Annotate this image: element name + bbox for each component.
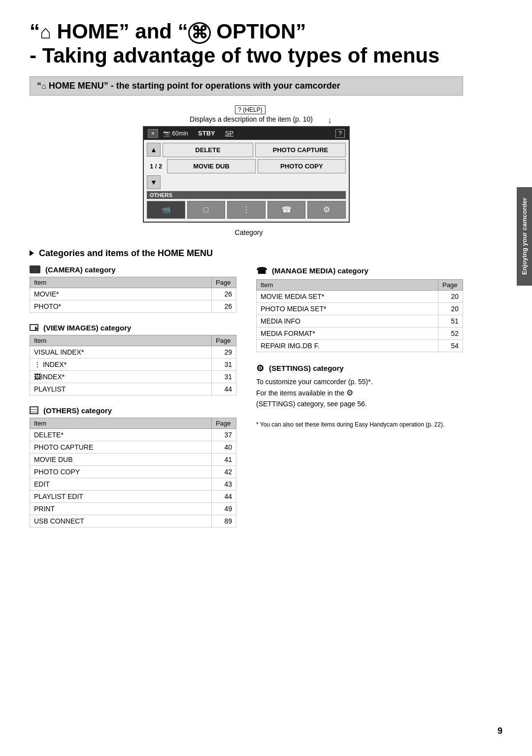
table-row: 🖼INDEX* 31 [30, 370, 236, 383]
item-cell: 🖼INDEX* [30, 370, 212, 383]
camera-row-1: ▲ DELETE PHOTO CAPTURE [147, 143, 346, 157]
manage-media-cat-title: ☎ (MANAGE MEDIA) category [256, 265, 463, 276]
camera-ui: × 📷 60min STBY SP ? ▲ DELETE PHOTO CAPTU… [143, 126, 350, 223]
page-cell: 44 [212, 490, 236, 502]
camera-table: Item Page MOVIE* 26 PHOTO* 26 [30, 277, 236, 313]
nav-up-btn[interactable]: ▲ [147, 143, 161, 157]
settings-text: To customize your camcorder (p. 55)*. Fo… [256, 377, 463, 409]
camera-col-page: Page [212, 277, 236, 288]
page-number: 9 [498, 726, 502, 736]
item-cell: DELETE* [30, 428, 212, 441]
page-cell: 31 [212, 370, 236, 383]
item-cell: PHOTO MEDIA SET* [257, 302, 438, 315]
page-cell: 42 [212, 465, 236, 478]
table-row: PHOTO MEDIA SET* 20 [257, 302, 463, 315]
photo-capture-btn[interactable]: PHOTO CAPTURE [255, 143, 346, 157]
icon-view-btn[interactable]: □ [187, 201, 226, 219]
help-button[interactable]: ? [335, 129, 345, 138]
vi-col-page: Page [212, 335, 236, 346]
page-cell: 29 [212, 346, 236, 358]
left-column: (CAMERA) category Item Page MOVIE* [30, 265, 236, 538]
icon-manage-btn[interactable]: ☎ [267, 201, 306, 219]
item-cell: PHOTO CAPTURE [30, 441, 212, 453]
page-cell: 89 [212, 515, 236, 527]
side-tab-text: Enjoying your camcorder [521, 198, 528, 275]
camera-category: (CAMERA) category Item Page MOVIE* [30, 265, 236, 313]
help-description: Displays a description of the item (p. 1… [190, 115, 313, 123]
table-row: MOVIE* 26 [30, 288, 236, 300]
table-row: PHOTO* 26 [30, 300, 236, 312]
item-cell: USB CONNECT [30, 515, 212, 527]
stby-indicator: STBY [198, 130, 215, 137]
others-bar: OTHERS [147, 191, 346, 199]
page-cell: 26 [212, 300, 236, 312]
item-cell: PHOTO COPY [30, 465, 212, 478]
table-row: MEDIA FORMAT* 52 [257, 327, 463, 339]
others-cat-title: (OTHERS) category [30, 406, 236, 415]
item-cell: MOVIE MEDIA SET* [257, 290, 438, 302]
settings-text-3: (SETTINGS) category, see page 56. [256, 399, 463, 409]
page-cell: 54 [438, 339, 463, 352]
page-cell: 31 [212, 358, 236, 370]
movie-dub-btn[interactable]: MOVIE DUB [167, 159, 255, 173]
camera-ui-body: ▲ DELETE PHOTO CAPTURE 1 / 2 MOVIE DUB P… [144, 140, 349, 222]
mm-table-header: Item Page [257, 279, 463, 290]
delete-btn[interactable]: DELETE [163, 143, 253, 157]
item-cell: MEDIA INFO [257, 315, 438, 327]
settings-cat-title: ⚙ (SETTINGS) category [256, 363, 463, 374]
mm-col-item: Item [257, 279, 438, 290]
side-tab: Enjoying your camcorder [517, 187, 532, 286]
table-row: PHOTO COPY 42 [30, 465, 236, 478]
icon-row: 📹 □ ⋮ ☎ ⚙ [147, 201, 346, 219]
item-cell: MOVIE* [30, 288, 212, 300]
mm-col-page: Page [438, 279, 463, 290]
icon-grid-btn[interactable]: ⋮ [227, 201, 266, 219]
battery-indicator: 📷 60min [163, 130, 188, 137]
table-row: USB CONNECT 89 [30, 515, 236, 527]
sp-indicator: SP [225, 130, 233, 137]
section-header-text: “⌂ HOME MENU” - the starting point for o… [37, 81, 340, 91]
page-cell: 40 [212, 441, 236, 453]
page-cell: 41 [212, 453, 236, 465]
table-row: PLAYLIST 44 [30, 383, 236, 395]
close-btn[interactable]: × [148, 129, 158, 138]
table-row: PLAYLIST EDIT 44 [30, 490, 236, 502]
table-row: ⋮ INDEX* 31 [30, 358, 236, 370]
content-area: Categories and items of the HOME MENU (C… [30, 248, 463, 538]
page-cell: 51 [438, 315, 463, 327]
table-row: REPAIR IMG.DB F. 54 [257, 339, 463, 352]
title-line1: “⌂ HOME” and “⌘ OPTION” [30, 20, 306, 43]
page-cell: 26 [212, 288, 236, 300]
two-col-layout: (CAMERA) category Item Page MOVIE* [30, 265, 463, 538]
table-row: DELETE* 37 [30, 428, 236, 441]
icon-settings-btn[interactable]: ⚙ [307, 201, 346, 219]
view-images-cat-title: (VIEW IMAGES) category [30, 324, 236, 332]
camera-cat-title: (CAMERA) category [30, 265, 236, 274]
item-cell: REPAIR IMG.DB F. [257, 339, 438, 352]
settings-text-2: For the items available in the ⚙ [256, 387, 463, 399]
page-cell: 49 [212, 502, 236, 515]
manage-media-table: Item Page MOVIE MEDIA SET* 20 PHOTO MEDI… [256, 279, 463, 352]
ot-col-page: Page [212, 418, 236, 428]
table-row: MOVIE MEDIA SET* 20 [257, 290, 463, 302]
page-cell: 37 [212, 428, 236, 441]
icon-camera-btn[interactable]: 📹 [147, 201, 185, 219]
item-cell: ⋮ INDEX* [30, 358, 212, 370]
nav-down-btn[interactable]: ▼ [147, 175, 161, 189]
table-row: MEDIA INFO 51 [257, 315, 463, 327]
section-header: “⌂ HOME MENU” - the starting point for o… [30, 76, 463, 96]
table-row: MOVIE DUB 41 [30, 453, 236, 465]
camera-ui-topbar: × 📷 60min STBY SP ? [144, 127, 349, 140]
right-column: ☎ (MANAGE MEDIA) category Item Page [256, 265, 463, 538]
vi-col-item: Item [30, 335, 212, 346]
view-images-table-header: Item Page [30, 335, 236, 346]
photo-copy-btn[interactable]: PHOTO COPY [258, 159, 346, 173]
camera-table-header: Item Page [30, 277, 236, 288]
view-images-category: (VIEW IMAGES) category Item Page VISUAL … [30, 324, 236, 395]
item-cell: MOVIE DUB [30, 453, 212, 465]
page-cell: 44 [212, 383, 236, 395]
footnote-text: * You can also set these items during Ea… [256, 420, 463, 429]
table-row: VISUAL INDEX* 29 [30, 346, 236, 358]
table-row: PHOTO CAPTURE 40 [30, 441, 236, 453]
page-cell: 52 [438, 327, 463, 339]
